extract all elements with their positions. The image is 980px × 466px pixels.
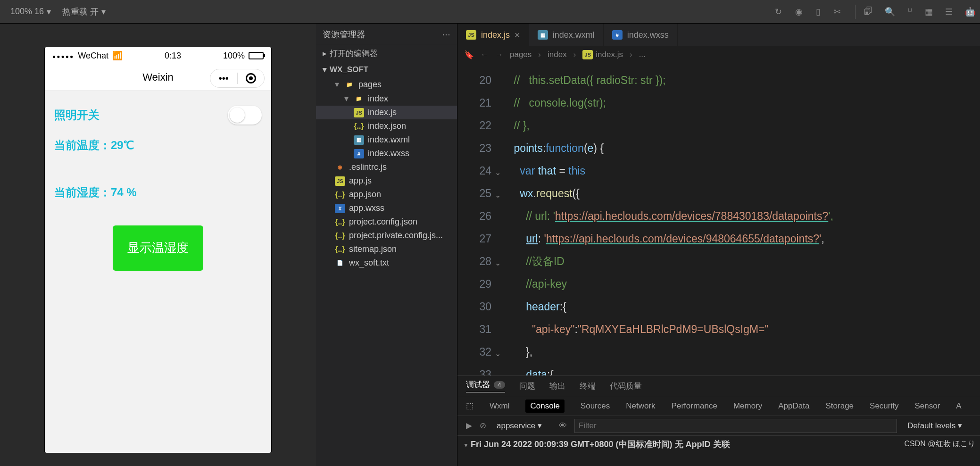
back-icon[interactable]: ← [481, 50, 489, 59]
boxes-icon[interactable]: ▦ [925, 7, 933, 17]
project-section[interactable]: ▾ WX_SOFT [316, 62, 457, 77]
tab-index.js[interactable]: JSindex.js× [457, 24, 529, 46]
tree-item-app.wxss[interactable]: #app.wxss [316, 201, 457, 215]
phone-navbar: Weixin ••• [45, 64, 271, 91]
tree-item-sitemap.json[interactable]: sitemap.json [316, 242, 457, 256]
humid-row: 当前湿度：74 % [54, 185, 137, 200]
tab-index.wxml[interactable]: ▦index.wxml [529, 24, 604, 46]
wifi-icon: 📶 [112, 50, 123, 61]
robot-icon[interactable]: 🤖 [965, 7, 975, 17]
stop-icon[interactable]: ◉ [795, 7, 803, 17]
watermark: CSDN @红妆 ほこり [905, 439, 975, 449]
search-icon[interactable]: 🔍 [885, 7, 895, 17]
devtab-Memory[interactable]: Memory [733, 401, 762, 411]
panel-tab-终端[interactable]: 终端 [580, 381, 596, 391]
devtab-Security[interactable]: Security [870, 401, 898, 411]
console-toolbar: ▶ ⊘ appservice ▾ 👁 Default levels ▾ [457, 416, 980, 435]
devtab-Network[interactable]: Network [626, 401, 655, 411]
capsule-more-icon[interactable]: ••• [210, 73, 237, 84]
devtab-Sources[interactable]: Sources [581, 401, 610, 411]
zoom-selector[interactable]: 100% 16▾ [5, 7, 57, 17]
panel-tab-问题[interactable]: 问题 [519, 381, 535, 391]
device-icon[interactable]: ▯ [816, 7, 821, 17]
temp-row: 当前温度：29℃ [54, 138, 134, 153]
tree-item-pages[interactable]: ▾pages [316, 77, 457, 92]
close-icon[interactable]: × [515, 30, 520, 41]
forward-icon[interactable]: → [495, 50, 503, 59]
battery-pct: 100% [223, 51, 245, 61]
files-icon[interactable]: 🗐 [864, 7, 872, 17]
capsule-close-icon[interactable] [238, 73, 265, 83]
tree-item-index.js[interactable]: JSindex.js [316, 106, 457, 119]
explorer-title: 资源管理器 [323, 29, 365, 40]
bottom-panel: 调试器4问题输出终端代码质量 ⬚ WxmlConsoleSourcesNetwo… [457, 375, 980, 466]
panel-tab-代码质量[interactable]: 代码质量 [610, 381, 642, 391]
open-editors-section[interactable]: ▸ 打开的编辑器 [316, 45, 457, 62]
branch-icon[interactable]: ⑂ [907, 7, 913, 17]
light-label: 照明开关 [54, 108, 100, 123]
devtab-AppData[interactable]: AppData [778, 401, 809, 411]
levels-select[interactable]: Default levels ▾ [905, 420, 972, 432]
tree-item-index.wxss[interactable]: #index.wxss [316, 147, 457, 160]
inspect-icon[interactable]: ⬚ [466, 401, 473, 411]
signal-icon [52, 51, 74, 61]
carrier-label: WeChat [78, 51, 108, 61]
panel-tab-调试器[interactable]: 调试器4 [466, 379, 505, 392]
devtab-Storage[interactable]: Storage [826, 401, 854, 411]
show-data-button[interactable]: 显示温湿度 [113, 225, 203, 271]
tree-item-app.js[interactable]: JSapp.js [316, 174, 457, 188]
devtab-Performance[interactable]: Performance [672, 401, 717, 411]
app-title: Weixin [142, 71, 174, 83]
cut-icon[interactable]: ✂ [834, 7, 841, 17]
panel-tab-输出[interactable]: 输出 [549, 381, 565, 391]
explorer-pane: 资源管理器 ⋯ ▸ 打开的编辑器 ▾ WX_SOFT ▾pages▾indexJ… [316, 24, 457, 466]
devtab-A[interactable]: A [956, 401, 961, 411]
tree-item-index.wxml[interactable]: ▦index.wxml [316, 133, 457, 147]
tree-item-app.json[interactable]: app.json [316, 188, 457, 201]
code-editor[interactable]: 2021222324⌄25⌄262728⌄29303132⌄3334 // th… [457, 63, 980, 375]
clear-icon[interactable]: ⊘ [480, 421, 486, 431]
phone-frame: WeChat 📶 0:13 100% Weixin ••• 照明开关 当前温度 [45, 47, 271, 453]
more-icon[interactable]: ⋯ [442, 29, 450, 40]
divider [855, 5, 855, 19]
devtools-tabs: ⬚ WxmlConsoleSourcesNetworkPerformanceMe… [457, 396, 980, 416]
tab-index.wxss[interactable]: #index.wxss [604, 24, 678, 46]
eye-icon[interactable]: 👁 [559, 421, 567, 431]
devtab-Wxml[interactable]: Wxml [490, 401, 509, 411]
battery-icon [249, 52, 264, 59]
tree-item-project.config.json[interactable]: project.config.json [316, 215, 457, 229]
devtab-Console[interactable]: Console [525, 399, 564, 413]
tree-item-.eslintrc.js[interactable]: .eslintrc.js [316, 160, 457, 174]
editor-pane: JSindex.js×▦index.wxml#index.wxss 🔖 ← → … [457, 24, 980, 466]
refresh-icon[interactable]: ↻ [775, 7, 782, 17]
clock-label: 0:13 [165, 51, 181, 61]
play-icon[interactable]: ▶ [466, 421, 472, 431]
console-output[interactable]: Fri Jun 24 2022 00:09:39 GMT+0800 (中国标准时… [457, 435, 980, 466]
devtab-Sensor[interactable]: Sensor [914, 401, 940, 411]
filter-input[interactable] [574, 419, 897, 433]
tree-item-index.json[interactable]: index.json [316, 119, 457, 133]
list-icon[interactable]: ☰ [945, 7, 953, 17]
hotreload-toggle[interactable]: 热重载 开▾ [57, 6, 111, 17]
tree-item-wx_soft.txt[interactable]: wx_soft.txt [316, 256, 457, 270]
file-tree: ▾pages▾indexJSindex.jsindex.json▦index.w… [316, 77, 457, 466]
simulator-pane: WeChat 📶 0:13 100% Weixin ••• 照明开关 当前温度 [0, 24, 316, 466]
light-switch[interactable] [228, 106, 262, 125]
context-select[interactable]: appservice ▾ [494, 420, 551, 432]
tree-item-project.private.config.js...[interactable]: project.private.config.js... [316, 229, 457, 242]
bookmark-icon[interactable]: 🔖 [464, 50, 474, 60]
top-toolbar: 100% 16▾ 热重载 开▾ ↻ ◉ ▯ ✂ 🗐 🔍 ⑂ ▦ ☰ 🤖 [0, 0, 980, 24]
editor-tabs: JSindex.js×▦index.wxml#index.wxss [457, 24, 980, 46]
breadcrumb[interactable]: 🔖 ← → pages index JSindex.js ... [457, 46, 980, 63]
tree-item-index[interactable]: ▾index [316, 92, 457, 106]
phone-statusbar: WeChat 📶 0:13 100% [45, 47, 271, 64]
capsule-menu[interactable]: ••• [210, 69, 265, 88]
panel-tabs: 调试器4问题输出终端代码质量 [457, 376, 980, 396]
